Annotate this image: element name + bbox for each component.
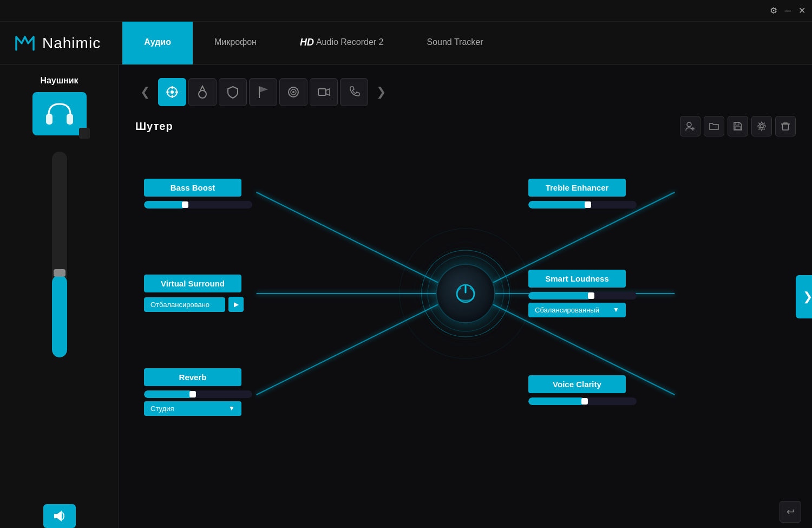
add-profile-button[interactable] <box>680 116 700 136</box>
smart-loudness-fill <box>528 292 591 299</box>
virtual-surround-label[interactable]: Virtual Surround <box>144 275 241 292</box>
logo-text: Nahimic <box>42 35 101 52</box>
profile-icon-medal[interactable] <box>188 78 217 106</box>
center-hub <box>411 142 520 445</box>
bass-boost-fill <box>144 201 185 208</box>
profile-icons <box>158 78 368 106</box>
medal-icon <box>195 85 209 99</box>
profile-icon-flag[interactable] <box>249 78 277 106</box>
profile-icon-music[interactable] <box>279 78 307 106</box>
volume-slider[interactable] <box>52 152 67 357</box>
minimize-icon[interactable]: ─ <box>785 6 791 16</box>
svg-point-10 <box>199 90 206 98</box>
treble-enhancer-slider[interactable] <box>528 201 637 208</box>
smart-loudness-label[interactable]: Smart Loudness <box>528 270 626 288</box>
reverb-dropdown[interactable]: Студия ▼ <box>144 401 241 416</box>
treble-enhancer-thumb <box>585 201 591 208</box>
bass-boost-thumb <box>182 201 188 208</box>
preset-actions <box>680 116 796 136</box>
voice-clarity-slider[interactable] <box>528 397 637 405</box>
profile-icon-crosshair[interactable] <box>158 78 186 106</box>
undo-button[interactable]: ↩ <box>780 501 801 523</box>
reverb-fill <box>144 390 193 398</box>
virtual-surround-play-button[interactable]: ▶ <box>228 297 244 312</box>
delete-icon <box>780 121 791 132</box>
svg-rect-1 <box>46 114 53 125</box>
nav-tabs: Аудио Микрофон HD Audio Recorder 2 Sound… <box>122 22 505 64</box>
save-button[interactable] <box>728 116 748 136</box>
tab-audio[interactable]: Аудио <box>122 22 193 64</box>
music-icon <box>286 85 300 99</box>
logo: Nahimic <box>13 31 101 55</box>
voice-clarity-cell: Voice Clarity <box>520 344 796 445</box>
voice-clarity-fill <box>528 397 585 405</box>
svg-marker-16 <box>326 89 330 95</box>
phone-icon <box>347 85 361 99</box>
svg-point-14 <box>292 91 294 93</box>
smart-loudness-cell: Smart Loudness Сбалансированный ▼ <box>520 243 796 344</box>
volume-thumb <box>54 269 66 277</box>
bass-boost-label[interactable]: Bass Boost <box>144 179 241 197</box>
volume-button[interactable] <box>43 504 76 528</box>
volume-slider-container <box>52 146 67 496</box>
smart-loudness-slider[interactable] <box>528 292 637 299</box>
virtual-surround-dropdown[interactable]: Отбалансировано <box>144 297 225 312</box>
headphones-icon <box>43 99 76 129</box>
reverb-cell: Reverb Студия ▼ <box>135 344 411 445</box>
expand-tab[interactable]: ❯ <box>796 275 812 318</box>
reverb-label[interactable]: Reverb <box>144 368 241 386</box>
dropdown-arrow: ▼ <box>613 306 619 314</box>
settings-icon <box>756 121 767 132</box>
voice-clarity-thumb <box>581 398 588 405</box>
open-folder-button[interactable] <box>704 116 724 136</box>
effects-area: Bass Boost <box>135 142 796 445</box>
bass-boost-slider[interactable] <box>144 201 252 208</box>
profile-icon-shield[interactable] <box>219 78 247 106</box>
tab-microphone[interactable]: Микрофон <box>193 22 278 64</box>
reverb-dropdown-arrow: ▼ <box>228 405 235 412</box>
svg-marker-3 <box>54 511 62 522</box>
device-icon <box>32 92 87 135</box>
device-label: Наушник <box>40 76 78 86</box>
voice-clarity-label[interactable]: Voice Clarity <box>528 375 626 393</box>
profile-prev-button[interactable]: ❮ <box>135 79 155 106</box>
settings-icon[interactable]: ⚙ <box>770 5 777 16</box>
virtual-surround-controls: Отбалансировано ▶ <box>144 297 244 312</box>
header: Nahimic Аудио Микрофон HD Audio Recorder… <box>0 22 812 65</box>
delete-button[interactable] <box>775 116 796 136</box>
reverb-slider[interactable] <box>144 390 252 398</box>
treble-enhancer-cell: Treble Enhancer <box>520 142 796 243</box>
shield-icon <box>226 85 240 99</box>
hd-badge: HD <box>300 37 314 48</box>
titlebar: ⚙ ─ ✕ <box>0 0 812 22</box>
smart-loudness-thumb <box>588 292 594 299</box>
volume-icon <box>52 510 67 523</box>
settings-button[interactable] <box>751 116 772 136</box>
tab-sound-tracker[interactable]: Sound Tracker <box>405 22 505 64</box>
svg-point-22 <box>760 125 763 128</box>
sidebar: Наушник <box>0 65 119 528</box>
profile-bar: ❮ <box>135 76 796 108</box>
power-button[interactable] <box>436 264 495 323</box>
profile-icon-video[interactable] <box>310 78 338 106</box>
main: Наушник ❮ <box>0 65 812 528</box>
content: ❮ <box>119 65 812 528</box>
preset-row: Шутер <box>135 116 796 136</box>
profile-icon-phone[interactable] <box>340 78 368 106</box>
close-icon[interactable]: ✕ <box>798 5 806 16</box>
svg-rect-2 <box>67 114 73 125</box>
svg-rect-15 <box>318 89 326 95</box>
profile-next-button[interactable]: ❯ <box>371 79 391 106</box>
smart-loudness-dropdown[interactable]: Сбалансированный ▼ <box>528 303 626 317</box>
preset-name: Шутер <box>135 120 173 133</box>
flag-icon <box>256 85 270 99</box>
volume-slider-track <box>52 275 67 357</box>
treble-enhancer-label[interactable]: Treble Enhancer <box>528 179 626 197</box>
add-profile-icon <box>685 121 696 132</box>
svg-point-17 <box>687 122 691 127</box>
folder-icon <box>709 121 719 132</box>
video-icon <box>317 85 331 99</box>
crosshair-icon <box>165 85 179 99</box>
power-icon <box>453 281 479 307</box>
tab-hd-recorder[interactable]: HD Audio Recorder 2 <box>278 22 405 64</box>
